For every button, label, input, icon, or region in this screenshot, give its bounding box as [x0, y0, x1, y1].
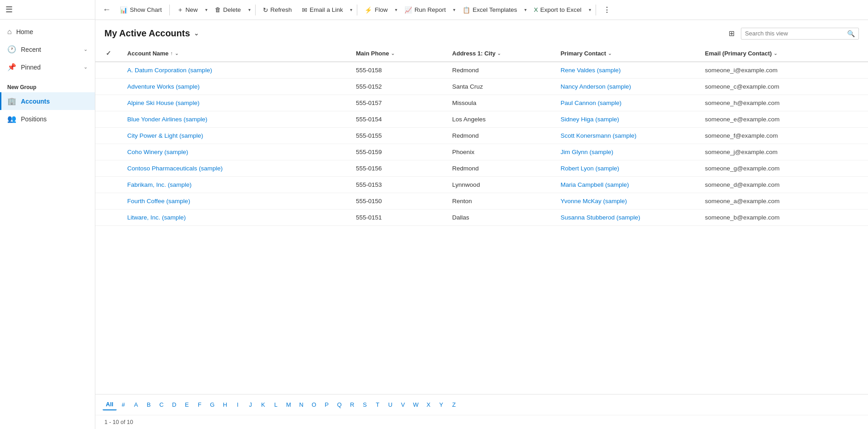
export-excel-button[interactable]: X Export to Excel: [529, 4, 586, 16]
alpha-pagination-btn-e[interactable]: E: [181, 399, 193, 410]
search-input[interactable]: [745, 30, 844, 37]
alpha-pagination-btn-w[interactable]: W: [410, 399, 422, 410]
email-link-button[interactable]: ✉ Email a Link: [297, 4, 348, 16]
alpha-pagination-btn-o[interactable]: O: [308, 399, 320, 410]
alpha-pagination-btn-#[interactable]: #: [118, 399, 129, 410]
alpha-pagination-btn-g[interactable]: G: [207, 399, 218, 410]
alpha-pagination-btn-j[interactable]: J: [245, 399, 256, 410]
search-box[interactable]: 🔍: [741, 28, 859, 40]
flow-button[interactable]: ⚡ Flow: [360, 4, 392, 16]
row-account-name[interactable]: Blue Yonder Airlines (sample): [122, 111, 350, 128]
row-email: someone_i@example.com: [700, 62, 868, 79]
new-button[interactable]: ＋ New: [173, 3, 202, 17]
row-primary-contact[interactable]: Susanna Stubberod (sample): [555, 210, 700, 226]
row-city: Renton: [447, 193, 555, 210]
table-row[interactable]: Contoso Pharmaceuticals (sample) 555-015…: [95, 160, 868, 177]
row-account-name[interactable]: Litware, Inc. (sample): [122, 210, 350, 226]
email-dropdown-arrow[interactable]: ▾: [348, 5, 354, 15]
row-primary-contact[interactable]: Maria Campbell (sample): [555, 177, 700, 193]
alpha-pagination-btn-f[interactable]: F: [194, 399, 206, 410]
sidebar-item-home[interactable]: ⌂ Home: [0, 23, 95, 40]
table-row[interactable]: Coho Winery (sample) 555-0159 Phoenix Ji…: [95, 144, 868, 160]
row-primary-contact[interactable]: Sidney Higa (sample): [555, 111, 700, 128]
excel-templates-button[interactable]: 📋 Excel Templates: [458, 4, 522, 16]
th-primary-contact[interactable]: Primary Contact ⌄: [555, 45, 700, 62]
table-row[interactable]: Alpine Ski House (sample) 555-0157 Misso…: [95, 95, 868, 111]
refresh-button[interactable]: ↻ Refresh: [258, 4, 296, 16]
row-account-name[interactable]: Contoso Pharmaceuticals (sample): [122, 160, 350, 177]
row-main-phone: 555-0156: [350, 160, 447, 177]
row-account-name[interactable]: A. Datum Corporation (sample): [122, 62, 350, 79]
row-primary-contact[interactable]: Yvonne McKay (sample): [555, 193, 700, 210]
back-button[interactable]: ←: [99, 3, 114, 16]
new-dropdown-arrow[interactable]: ▾: [203, 5, 209, 15]
alpha-pagination-btn-s[interactable]: S: [359, 399, 371, 410]
alpha-pagination-btn-k[interactable]: K: [257, 399, 269, 410]
view-title-chevron-icon[interactable]: ⌄: [194, 30, 199, 37]
th-city[interactable]: Address 1: City ⌄: [447, 45, 555, 62]
th-email[interactable]: Email (Primary Contact) ⌄: [700, 45, 868, 62]
row-primary-contact[interactable]: Paul Cannon (sample): [555, 95, 700, 111]
row-account-name[interactable]: Adventure Works (sample): [122, 79, 350, 95]
table-row[interactable]: Fourth Coffee (sample) 555-0150 Renton Y…: [95, 193, 868, 210]
run-report-button[interactable]: 📈 Run Report: [400, 4, 450, 16]
row-primary-contact[interactable]: Rene Valdes (sample): [555, 62, 700, 79]
th-main-phone[interactable]: Main Phone ⌄: [350, 45, 447, 62]
alpha-pagination-btn-b[interactable]: B: [143, 399, 155, 410]
row-account-name[interactable]: Fabrikam, Inc. (sample): [122, 177, 350, 193]
main-content: ← 📊 Show Chart ＋ New ▾ 🗑 Delete ▾ ↻ Refr…: [95, 0, 868, 429]
row-account-name[interactable]: Coho Winery (sample): [122, 144, 350, 160]
table-row[interactable]: A. Datum Corporation (sample) 555-0158 R…: [95, 62, 868, 79]
hamburger-icon[interactable]: ☰: [5, 5, 13, 14]
row-primary-contact[interactable]: Jim Glynn (sample): [555, 144, 700, 160]
alpha-pagination-btn-m[interactable]: M: [283, 399, 295, 410]
run-report-dropdown-arrow[interactable]: ▾: [451, 5, 457, 15]
delete-button[interactable]: 🗑 Delete: [210, 4, 246, 16]
alpha-pagination-btn-n[interactable]: N: [296, 399, 307, 410]
alpha-pagination-btn-all[interactable]: All: [103, 399, 117, 410]
table-row[interactable]: Fabrikam, Inc. (sample) 555-0153 Lynnwoo…: [95, 177, 868, 193]
row-account-name[interactable]: City Power & Light (sample): [122, 128, 350, 144]
delete-dropdown-arrow[interactable]: ▾: [247, 5, 252, 15]
alpha-pagination-btn-h[interactable]: H: [219, 399, 231, 410]
alpha-pagination-btn-x[interactable]: X: [423, 399, 434, 410]
table-row[interactable]: Adventure Works (sample) 555-0152 Santa …: [95, 79, 868, 95]
alpha-pagination-btn-v[interactable]: V: [397, 399, 409, 410]
table-row[interactable]: City Power & Light (sample) 555-0155 Red…: [95, 128, 868, 144]
table-container: ✓ Account Name ↑ ⌄ Main Phone ⌄: [95, 45, 868, 394]
row-primary-contact[interactable]: Nancy Anderson (sample): [555, 79, 700, 95]
alpha-pagination-btn-t[interactable]: T: [372, 399, 384, 410]
alpha-pagination-btn-c[interactable]: C: [156, 399, 168, 410]
show-chart-button[interactable]: 📊 Show Chart: [115, 4, 167, 16]
header-checkmark[interactable]: ✓: [106, 50, 111, 57]
flow-dropdown-arrow[interactable]: ▾: [393, 5, 399, 15]
primary-contact-chevron-icon: ⌄: [608, 51, 612, 56]
alpha-pagination-btn-a[interactable]: A: [130, 399, 142, 410]
th-account-name[interactable]: Account Name ↑ ⌄: [122, 45, 350, 62]
row-primary-contact[interactable]: Robert Lyon (sample): [555, 160, 700, 177]
sidebar-item-accounts[interactable]: 🏢 Accounts: [0, 92, 95, 110]
alpha-pagination-btn-i[interactable]: I: [232, 399, 244, 410]
alpha-pagination-btn-p[interactable]: P: [321, 399, 333, 410]
alpha-pagination-btn-u[interactable]: U: [385, 399, 396, 410]
filter-button[interactable]: ⊞: [726, 26, 737, 40]
sidebar-item-recent[interactable]: 🕐 Recent ⌄: [0, 40, 95, 58]
row-main-phone: 555-0150: [350, 193, 447, 210]
row-email: someone_h@example.com: [700, 95, 868, 111]
alpha-pagination-btn-y[interactable]: Y: [435, 399, 447, 410]
alpha-pagination-btn-z[interactable]: Z: [448, 399, 460, 410]
alpha-pagination-btn-l[interactable]: L: [270, 399, 282, 410]
row-account-name[interactable]: Fourth Coffee (sample): [122, 193, 350, 210]
more-options-icon[interactable]: ⋮: [600, 4, 614, 16]
alpha-pagination-btn-d[interactable]: D: [168, 399, 180, 410]
table-row[interactable]: Blue Yonder Airlines (sample) 555-0154 L…: [95, 111, 868, 128]
export-dropdown-arrow[interactable]: ▾: [587, 5, 593, 15]
row-primary-contact[interactable]: Scott Konersmann (sample): [555, 128, 700, 144]
alpha-pagination-btn-r[interactable]: R: [346, 399, 358, 410]
sidebar-item-positions[interactable]: 👥 Positions: [0, 110, 95, 128]
excel-templates-dropdown-arrow[interactable]: ▾: [523, 5, 528, 15]
row-account-name[interactable]: Alpine Ski House (sample): [122, 95, 350, 111]
sidebar-item-pinned[interactable]: 📌 Pinned ⌄: [0, 58, 95, 76]
table-row[interactable]: Litware, Inc. (sample) 555-0151 Dallas S…: [95, 210, 868, 226]
alpha-pagination-btn-q[interactable]: Q: [334, 399, 345, 410]
